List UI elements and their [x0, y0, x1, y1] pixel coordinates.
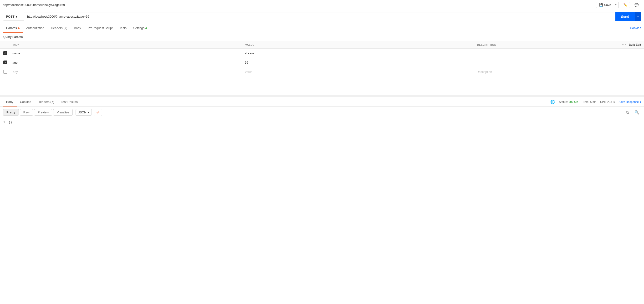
query-params-label: Query Params — [0, 33, 644, 41]
response-toolbar: Pretty Raw Preview Visualize JSON ▾ ⇌ ⧉ … — [0, 107, 644, 118]
top-bar: http://localhost:3000/?name=abcxyz&age=6… — [0, 0, 644, 10]
row-1-key[interactable]: name — [12, 52, 20, 55]
tab-body[interactable]: Body — [70, 24, 84, 33]
row-1-checkbox[interactable] — [3, 51, 7, 55]
url-input[interactable] — [24, 12, 616, 21]
response-size: Size: 235 B — [600, 100, 615, 104]
response-tabs: Body Cookies Headers (7) Test Results 🌐 … — [0, 97, 644, 107]
empty-row-value[interactable]: Value — [242, 67, 474, 76]
toolbar-right: ⧉ 🔍 — [624, 109, 641, 116]
send-chevron-button[interactable]: ▾ — [635, 12, 641, 21]
response-status: Status: 200 OK — [559, 100, 578, 104]
view-pretty-button[interactable]: Pretty — [3, 109, 19, 116]
empty-row-key-cell: Key — [10, 67, 242, 76]
wrap-button[interactable]: ⇌ — [94, 109, 102, 116]
method-label: POST — [6, 15, 14, 18]
request-tabs: Params Authorization Headers (7) Body Pr… — [0, 23, 644, 33]
edit-icon-button[interactable]: ✏️ — [621, 2, 630, 8]
th-description-container: DESCRIPTION ··· Bulk Edit — [477, 43, 641, 47]
view-raw-button[interactable]: Raw — [20, 109, 33, 116]
response-tab-cookies[interactable]: Cookies — [17, 98, 34, 106]
row-2-key[interactable]: age — [12, 61, 18, 64]
format-chevron-icon: ▾ — [88, 110, 89, 114]
th-description: DESCRIPTION ··· Bulk Edit — [474, 41, 644, 48]
row-2-value[interactable]: 69 — [242, 58, 474, 67]
method-chevron-icon: ▾ — [16, 15, 18, 18]
view-preview-button[interactable]: Preview — [34, 109, 52, 116]
params-table: KEY VALUE DESCRIPTION ··· Bulk Edit — [0, 41, 644, 76]
tab-pre-request-script[interactable]: Pre-request Script — [84, 24, 116, 33]
save-chevron-button[interactable]: ▾ — [613, 2, 619, 8]
search-button[interactable]: 🔍 — [632, 109, 641, 116]
table-row: age 69 — [0, 58, 644, 67]
row-2-key-cell: age — [10, 58, 242, 67]
save-group: 💾 Save ▾ — [596, 2, 619, 8]
response-time: Time: 5 ms — [582, 100, 596, 104]
line-number: 1 — [3, 120, 5, 124]
cookies-link[interactable]: Cookies — [630, 26, 641, 30]
response-tab-headers[interactable]: Headers (7) — [34, 98, 58, 106]
empty-row-checkbox[interactable] — [3, 70, 7, 74]
send-button[interactable]: Send — [616, 12, 635, 21]
empty-row-description: Description — [474, 67, 644, 76]
row-2-checkbox[interactable] — [3, 60, 7, 64]
more-options-button[interactable]: ··· — [622, 43, 626, 47]
bulk-edit-button[interactable]: Bulk Edit — [629, 43, 641, 46]
row-1-description — [474, 48, 644, 58]
tab-tests[interactable]: Tests — [116, 24, 130, 33]
request-bar: POST ▾ Send ▾ — [0, 10, 644, 23]
tab-headers[interactable]: Headers (7) — [48, 24, 71, 33]
cursor — [13, 121, 13, 124]
send-btn-group: Send ▾ — [616, 12, 641, 21]
top-bar-url: http://localhost:3000/?name=abcxyz&age=6… — [3, 3, 65, 7]
save-button[interactable]: 💾 Save — [596, 2, 614, 8]
code-content: {} — [8, 120, 12, 124]
response-tab-body[interactable]: Body — [3, 98, 17, 106]
th-value: VALUE — [242, 41, 474, 48]
row-1-value[interactable]: abcxyz — [242, 48, 474, 58]
params-dot — [18, 28, 20, 29]
row-2-description — [474, 58, 644, 67]
row-1-key-cell: name — [10, 48, 242, 58]
save-response-button[interactable]: Save Response ▾ — [618, 100, 641, 104]
top-bar-actions: 💾 Save ▾ ✏️ 💬 — [596, 2, 641, 8]
query-params-section: Query Params KEY VALUE DESCRIPTION ··· B… — [0, 33, 644, 76]
tab-authorization[interactable]: Authorization — [23, 24, 48, 33]
code-line-1: 1 {} — [3, 120, 641, 124]
save-icon: 💾 — [599, 3, 603, 7]
th-key: KEY — [10, 41, 242, 48]
table-row: name abcxyz — [0, 48, 644, 58]
tab-params[interactable]: Params — [3, 24, 23, 33]
response-divider — [0, 95, 644, 97]
globe-icon: 🌐 — [550, 100, 555, 104]
code-area: 1 {} — [0, 118, 644, 126]
view-visualize-button[interactable]: Visualize — [53, 109, 73, 116]
save-response-chevron-icon: ▾ — [640, 100, 641, 104]
response-meta: 🌐 Status: 200 OK Time: 5 ms Size: 235 B … — [550, 100, 641, 104]
tab-settings[interactable]: Settings — [130, 24, 150, 33]
copy-button[interactable]: ⧉ — [624, 109, 631, 116]
th-check — [0, 41, 10, 48]
empty-row-key[interactable]: Key — [12, 70, 18, 74]
response-tab-test-results[interactable]: Test Results — [58, 98, 81, 106]
method-select[interactable]: POST ▾ — [3, 13, 24, 20]
table-row-empty: Key Value Description — [0, 67, 644, 76]
format-select[interactable]: JSON ▾ — [76, 109, 92, 116]
settings-dot — [146, 28, 147, 29]
comment-icon-button[interactable]: 💬 — [632, 2, 641, 8]
status-ok: 200 OK — [569, 100, 578, 104]
